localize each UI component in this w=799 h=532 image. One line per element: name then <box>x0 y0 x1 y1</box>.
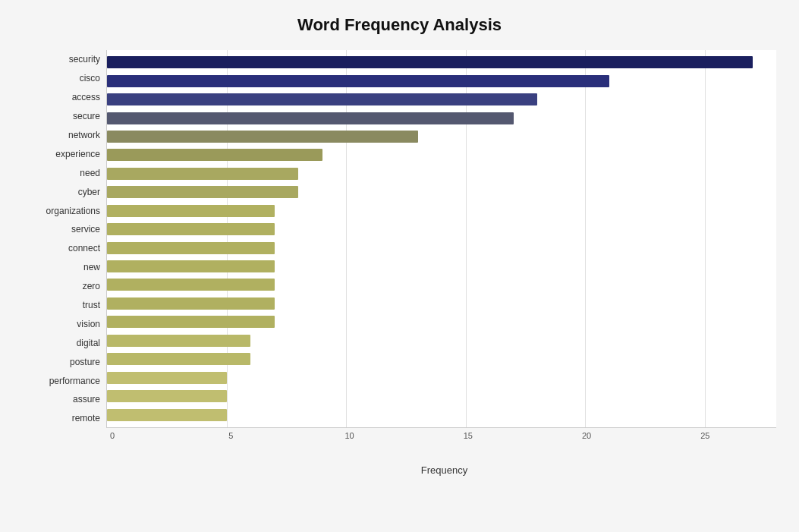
bar-digital <box>107 335 250 347</box>
bar-row-experience <box>107 146 776 163</box>
chart-title: Word Frequency Analysis <box>23 15 776 35</box>
bar-row-service <box>107 221 776 238</box>
bar-row-network <box>107 128 776 145</box>
bar-performance <box>107 372 227 384</box>
bar-access <box>107 93 537 105</box>
bar-zero <box>107 279 275 291</box>
bar-row-cisco <box>107 73 776 90</box>
x-tick-25: 25 <box>700 431 709 440</box>
bar-trust <box>107 297 275 310</box>
bar-row-organizations <box>107 203 776 219</box>
y-label-experience: experience <box>55 146 100 162</box>
bar-service <box>107 223 275 235</box>
y-labels: securityciscoaccesssecurenetworkexperien… <box>23 50 106 428</box>
y-label-posture: posture <box>70 354 100 370</box>
y-label-access: access <box>72 89 100 105</box>
bar-row-assure <box>107 388 776 405</box>
bar-row-cyber <box>107 184 776 200</box>
bar-row-remote <box>107 407 776 423</box>
y-label-digital: digital <box>77 335 100 351</box>
bar-remote <box>107 409 227 421</box>
bar-row-performance <box>107 370 776 386</box>
y-label-vision: vision <box>77 316 100 332</box>
bar-security <box>107 56 753 68</box>
bar-assure <box>107 390 227 402</box>
bar-row-access <box>107 91 776 108</box>
bar-posture <box>107 353 250 365</box>
y-label-zero: zero <box>83 278 100 294</box>
y-label-performance: performance <box>49 373 100 389</box>
bar-row-security <box>107 54 776 71</box>
y-label-new: new <box>83 259 100 275</box>
bar-network <box>107 131 418 143</box>
y-label-remote: remote <box>72 410 100 427</box>
bar-row-vision <box>107 313 776 330</box>
bar-need <box>107 168 298 180</box>
y-label-secure: secure <box>73 108 100 124</box>
y-label-security: security <box>69 51 100 68</box>
bar-secure <box>107 112 514 124</box>
y-label-assure: assure <box>73 391 100 408</box>
y-label-service: service <box>71 221 100 238</box>
bar-row-connect <box>107 240 776 257</box>
chart-area: securityciscoaccesssecurenetworkexperien… <box>23 50 776 476</box>
y-label-trust: trust <box>83 297 100 313</box>
bars-section: securityciscoaccesssecurenetworkexperien… <box>23 50 776 428</box>
bar-row-posture <box>107 351 776 367</box>
y-label-cyber: cyber <box>78 184 100 200</box>
bar-connect <box>107 242 275 254</box>
bar-experience <box>107 149 322 161</box>
plot-area <box>106 50 776 428</box>
x-tick-0: 0 <box>110 431 115 440</box>
bar-row-need <box>107 165 776 182</box>
y-label-connect: connect <box>68 240 100 257</box>
bar-row-new <box>107 258 776 275</box>
bar-row-secure <box>107 110 776 127</box>
bar-vision <box>107 316 275 328</box>
y-label-network: network <box>68 127 100 143</box>
x-tick-10: 10 <box>344 431 354 440</box>
x-axis-label: Frequency <box>112 464 776 476</box>
bar-new <box>107 260 275 272</box>
bar-cisco <box>107 75 609 87</box>
bar-cyber <box>107 186 298 198</box>
y-label-need: need <box>80 165 100 181</box>
bar-organizations <box>107 205 275 217</box>
bar-row-zero <box>107 276 776 293</box>
x-tick-15: 15 <box>464 431 473 440</box>
bar-row-digital <box>107 332 776 349</box>
x-axis: 0510152025 <box>112 431 776 446</box>
x-tick-5: 5 <box>228 431 233 440</box>
y-label-cisco: cisco <box>80 70 100 87</box>
chart-container: Word Frequency Analysis securityciscoacc… <box>0 0 799 532</box>
y-label-organizations: organizations <box>46 203 100 219</box>
bar-row-trust <box>107 295 776 312</box>
x-tick-20: 20 <box>582 431 591 440</box>
